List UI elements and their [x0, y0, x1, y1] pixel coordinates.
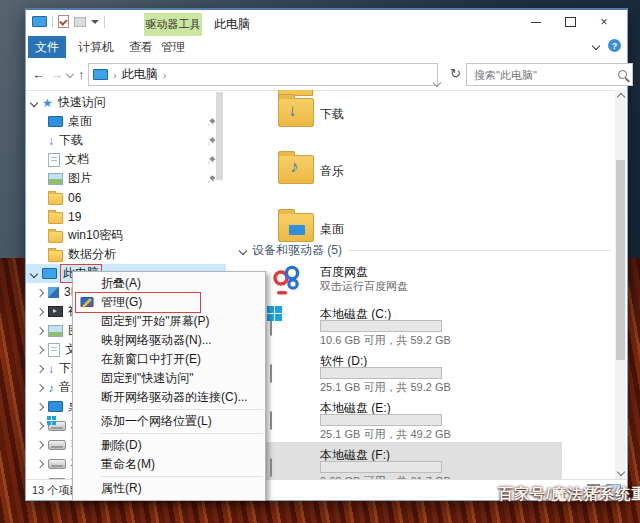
sidebar-item-quick-access[interactable]: ★ 快速访问 [26, 93, 226, 112]
menu-item-rename[interactable]: 重命名(M) [73, 455, 265, 474]
scroll-up-icon[interactable] [617, 93, 625, 101]
menu-item-pin-to-quick-access[interactable]: 固定到"快速访问" [73, 369, 265, 388]
menu-separator [101, 433, 263, 434]
address-dropdown-icon[interactable] [434, 72, 440, 90]
capacity-bar [320, 320, 442, 332]
sidebar-item-folder-19[interactable]: 19 [26, 207, 226, 226]
device-tile-drive-f[interactable]: 本地磁盘 (F:) 9.68 GB 可用，共 61.7 GB [232, 447, 615, 480]
new-folder-icon[interactable] [74, 17, 86, 27]
menu-separator [101, 476, 263, 477]
search-input[interactable] [472, 68, 618, 82]
menu-item-disconnect-network-drive[interactable]: 断开网络驱动器的连接(C)... [73, 388, 265, 407]
device-tile-drive-c[interactable]: 本地磁盘 (C:) 10.6 GB 可用，共 59.2 GB [232, 306, 615, 348]
breadcrumb-this-pc[interactable]: 此电脑 [122, 66, 158, 83]
video-icon [48, 306, 63, 317]
folder-icon [48, 193, 63, 205]
expand-ribbon-icon[interactable] [592, 41, 600, 49]
scroll-down-icon[interactable] [617, 468, 625, 476]
menu-item-map-network-drive[interactable]: 映射网络驱动器(N)... [73, 331, 265, 350]
address-input[interactable]: › 此电脑 › [88, 63, 438, 86]
chevron-right-icon[interactable] [36, 288, 44, 296]
maximize-button[interactable] [553, 12, 587, 32]
divider [104, 16, 105, 28]
drive-icon [48, 421, 66, 431]
tab-manage[interactable]: 管理 [144, 36, 202, 58]
folder-tile-music[interactable]: ♪ 音乐 [232, 155, 615, 189]
sidebar-item-downloads[interactable]: ↓ 下载 [26, 131, 226, 150]
this-pc-icon [32, 16, 47, 27]
breadcrumb-separator: › [113, 69, 117, 81]
context-menu: 折叠(A) 管理(G) 固定到"开始"屏幕(P) 映射网络驱动器(N)... 在… [72, 271, 266, 501]
menu-item-add-network-location[interactable]: 添加一个网络位置(L) [73, 412, 265, 431]
scrollbar[interactable] [615, 90, 626, 480]
tab-computer[interactable]: 计算机 [72, 36, 120, 58]
sidebar-item-folder-data-analysis[interactable]: 数据分析 [26, 245, 226, 264]
contextual-tab-drive-tools[interactable]: 驱动器工具 [144, 13, 202, 36]
drive-icon [270, 318, 272, 336]
menu-item-collapse[interactable]: 折叠(A) [73, 274, 265, 293]
customize-toolbar-icon[interactable] [91, 20, 99, 24]
chevron-right-icon[interactable] [36, 421, 44, 429]
pin-icon [207, 116, 216, 130]
chevron-down-icon[interactable] [239, 246, 247, 254]
chevron-down-icon[interactable] [30, 269, 38, 277]
chevron-right-icon[interactable] [36, 326, 44, 334]
forward-button[interactable]: → [50, 58, 63, 90]
title-bar: 驱动器工具 此电脑 × [26, 10, 627, 36]
drive-icon [270, 459, 272, 477]
chevron-right-icon[interactable] [36, 440, 44, 448]
recent-locations-icon[interactable] [67, 58, 73, 90]
sidebar-item-documents[interactable]: 文档 [26, 150, 226, 169]
folder-icon [48, 250, 63, 262]
chevron-right-icon[interactable] [36, 364, 44, 372]
pin-icon [207, 154, 216, 168]
picture-icon [48, 325, 63, 337]
watermark-text: 百家号/魔法猪系统重装大师 [498, 485, 640, 504]
file-list-pane: ↓ 下载 ♪ 音乐 桌面 设备和驱动器 (5) [232, 90, 615, 480]
divider [52, 16, 53, 28]
search-icon[interactable] [618, 70, 627, 79]
sidebar-scrollbar-thumb[interactable] [216, 92, 223, 180]
pin-icon [207, 173, 216, 187]
minimize-button[interactable] [519, 12, 553, 32]
desktop: 驱动器工具 此电脑 × 文件 计算机 查看 管理 ? ← → ↑ [0, 0, 640, 523]
chevron-right-icon[interactable] [36, 345, 44, 353]
device-tile-baidu-netdisk[interactable]: 百度网盘 双击运行百度网盘 [232, 264, 615, 306]
download-icon: ↓ [48, 135, 54, 147]
sidebar-item-folder-06[interactable]: 06 [26, 188, 226, 207]
caption-buttons: × [519, 12, 621, 32]
chevron-right-icon[interactable] [36, 402, 44, 410]
device-tile-drive-d[interactable]: 软件 (D:) 25.1 GB 可用，共 59.2 GB [232, 353, 615, 395]
chevron-right-icon[interactable] [36, 383, 44, 391]
chevron-down-icon[interactable] [30, 98, 38, 106]
menu-item-open-in-new-window[interactable]: 在新窗口中打开(E) [73, 350, 265, 369]
menu-item-pin-to-start[interactable]: 固定到"开始"屏幕(P) [73, 312, 265, 331]
sidebar-item-desktop[interactable]: 桌面 [26, 112, 226, 131]
up-button[interactable]: ↑ [78, 58, 85, 90]
close-button[interactable]: × [587, 12, 621, 32]
ribbon-controls: ? [593, 39, 621, 52]
baidu-netdisk-icon [270, 264, 304, 300]
windows-flag-icon [47, 416, 56, 425]
folder-tile-downloads[interactable]: ↓ 下载 [232, 98, 615, 132]
group-header-devices-and-drives[interactable]: 设备和驱动器 (5) [240, 242, 611, 259]
menu-item-manage[interactable]: 管理(G) [73, 293, 265, 312]
chevron-right-icon[interactable] [36, 459, 44, 467]
help-icon[interactable]: ? [608, 39, 621, 52]
document-icon [48, 153, 60, 167]
sidebar-item-pictures[interactable]: 图片 [26, 169, 226, 188]
computer-management-icon [80, 296, 94, 309]
chevron-right-icon[interactable] [36, 307, 44, 315]
scrollbar-thumb[interactable] [616, 160, 625, 360]
back-button[interactable]: ← [32, 58, 45, 90]
refresh-icon[interactable]: ↻ [450, 66, 461, 81]
music-icon: ♪ [48, 382, 54, 394]
windows-flag-icon [267, 306, 282, 321]
menu-item-properties[interactable]: 属性(R) [73, 479, 265, 498]
properties-icon[interactable] [58, 15, 69, 28]
tab-file[interactable]: 文件 [28, 36, 66, 58]
search-box[interactable] [466, 63, 633, 86]
menu-item-delete[interactable]: 删除(D) [73, 436, 265, 455]
device-tile-drive-e[interactable]: 本地磁盘 (E:) 25.1 GB 可用，共 49.2 GB [232, 400, 615, 442]
sidebar-item-folder-win10pwd[interactable]: win10密码 [26, 226, 226, 245]
